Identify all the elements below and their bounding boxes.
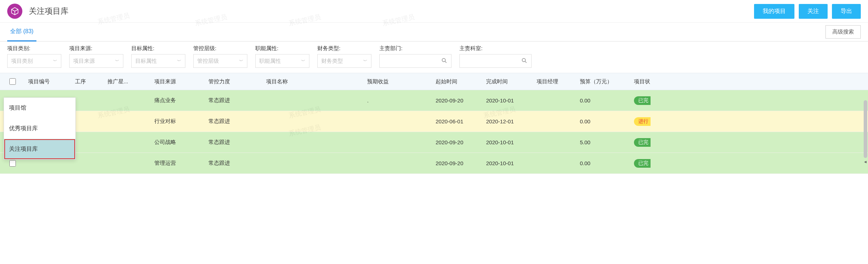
filter-search-dept[interactable] — [379, 54, 451, 68]
chevron-down-icon: ﹀ — [177, 58, 181, 64]
filter-select-source[interactable]: 项目来源 ﹀ — [69, 54, 123, 68]
col-header: 项目名称 — [263, 78, 364, 85]
cell-end: 2020-10-01 — [483, 160, 534, 166]
filter-label-office: 主责科室: — [459, 45, 532, 52]
filter-label-target: 目标属性: — [131, 45, 185, 52]
filter-placeholder: 管控层级 — [197, 58, 219, 65]
col-header: 完成时间 — [483, 78, 534, 85]
cell-control: 常态跟进 — [206, 97, 263, 104]
cell-end: 2020-12-01 — [483, 118, 534, 124]
col-header: 工序 — [72, 78, 105, 85]
col-header: 项目经理 — [534, 78, 577, 85]
menu-item-follow[interactable]: 关注项目库 — [4, 139, 75, 159]
cell-source: 公司战略 — [151, 139, 206, 146]
svg-point-2 — [522, 58, 525, 62]
filter-select-control[interactable]: 管控层级 ﹀ — [193, 54, 247, 68]
tabs-row: 全部 (83) 高级搜索 — [0, 23, 868, 41]
filter-select-function[interactable]: 职能属性 ﹀ — [255, 54, 309, 68]
filter-select-finance[interactable]: 财务类型 ﹀ — [317, 54, 371, 68]
cell-status: 进行 — [631, 117, 660, 126]
my-projects-button[interactable]: 我的项目 — [754, 4, 794, 19]
follow-button[interactable]: 关注 — [799, 4, 828, 19]
chevron-down-icon: ﹀ — [239, 58, 243, 64]
cell-source: 痛点业务 — [151, 97, 206, 104]
cell-start: 2020-09-20 — [433, 160, 483, 166]
select-all-checkbox[interactable] — [9, 78, 16, 85]
cell-end: 2020-10-01 — [483, 139, 534, 145]
table-row[interactable]: 481公司战略常态跟进2020-09-202020-10-015.00已完 — [0, 132, 868, 153]
cell-end: 2020-10-01 — [483, 97, 534, 104]
cell-source: 行业对标 — [151, 118, 206, 125]
filter-placeholder: 目标属性 — [135, 58, 157, 65]
col-header: 项目编号 — [25, 78, 72, 85]
cell-control: 常态跟进 — [206, 139, 263, 146]
menu-item-excellent[interactable]: 优秀项目库 — [4, 118, 75, 139]
cell-start: 2020-06-01 — [433, 118, 483, 124]
svg-point-0 — [442, 58, 445, 62]
filter-search-office[interactable] — [459, 54, 532, 68]
nav-dropdown-menu: 项目馆 优秀项目库 关注项目库 — [4, 97, 76, 160]
cell-start: 2020-09-20 — [433, 97, 483, 104]
cell-budget: 0.00 — [577, 160, 631, 166]
filter-label-category: 项目类别: — [7, 45, 61, 52]
chevron-down-icon: ﹀ — [115, 58, 119, 64]
cell-control: 常态跟进 — [206, 118, 263, 125]
chevron-down-icon: ﹀ — [53, 58, 57, 64]
chevron-down-icon: ﹀ — [301, 58, 305, 64]
table-row[interactable]: 管理运营常态跟进2020-09-202020-10-010.00已完 — [0, 153, 868, 174]
col-header: 起始时间 — [433, 78, 483, 85]
table-header-row: 项目编号 工序 推广星... 项目来源 管控力度 项目名称 预期收益 起始时间 … — [0, 73, 868, 90]
tab-all[interactable]: 全部 (83) — [7, 23, 36, 41]
project-table: 项目编号 工序 推广星... 项目来源 管控力度 项目名称 预期收益 起始时间 … — [0, 73, 868, 174]
cell-control: 常态跟进 — [206, 160, 263, 167]
scrollbar-thumb[interactable] — [864, 100, 867, 158]
cell-profit: . — [364, 97, 433, 104]
filter-label-function: 职能属性: — [255, 45, 309, 52]
table-row[interactable]: 482行业对标常态跟进2020-06-012020-12-010.00进行 — [0, 111, 868, 132]
cell-start: 2020-09-20 — [433, 139, 483, 145]
row-checkbox[interactable] — [9, 160, 16, 167]
filter-placeholder: 财务类型 — [321, 58, 343, 65]
table-row[interactable]: 483痛点业务常态跟进.2020-09-202020-10-010.00已完 — [0, 90, 868, 111]
filter-label-control: 管控层级: — [193, 45, 247, 52]
page-title: 关注项目库 — [29, 6, 69, 17]
export-button[interactable]: 导出 — [832, 4, 861, 19]
filter-select-target[interactable]: 目标属性 ﹀ — [131, 54, 185, 68]
filter-placeholder: 职能属性 — [259, 58, 281, 65]
cell-status: 已完 — [631, 138, 660, 147]
menu-item-project-hall[interactable]: 项目馆 — [4, 98, 75, 118]
col-header: 管控力度 — [206, 78, 263, 85]
advanced-search-button[interactable]: 高级搜索 — [825, 25, 861, 39]
col-header: 推广星... — [105, 78, 151, 85]
svg-line-1 — [445, 61, 446, 63]
cell-budget: 0.00 — [577, 97, 631, 104]
cell-budget: 5.00 — [577, 139, 631, 145]
search-icon — [441, 57, 448, 65]
filter-placeholder: 项目来源 — [73, 58, 95, 65]
cell-budget: 0.00 — [577, 118, 631, 124]
filter-label-dept: 主责部门: — [379, 45, 451, 52]
col-header: 项目来源 — [151, 78, 206, 85]
filter-placeholder: 项目类别 — [11, 58, 33, 65]
filter-label-finance: 财务类型: — [317, 45, 371, 52]
filter-select-category[interactable]: 项目类别 ﹀ — [7, 54, 61, 68]
col-header: 项目状 — [631, 78, 660, 85]
cell-status: 已完 — [631, 96, 660, 105]
scroll-arrow-icon[interactable]: ◂ — [862, 158, 868, 165]
chevron-down-icon: ﹀ — [363, 58, 367, 64]
filter-bar: 项目类别: 项目类别 ﹀ 项目来源: 项目来源 ﹀ 目标属性: 目标属性 ﹀ 管… — [0, 41, 868, 73]
page-header: 关注项目库 我的项目 关注 导出 — [0, 0, 868, 23]
svg-line-3 — [525, 61, 526, 63]
cell-status: 已完 — [631, 159, 660, 168]
search-icon — [521, 57, 528, 65]
cell-source: 管理运营 — [151, 160, 206, 167]
col-header: 预算（万元） — [577, 78, 631, 85]
cube-icon — [7, 4, 22, 19]
col-header: 预期收益 — [364, 78, 433, 85]
filter-label-source: 项目来源: — [69, 45, 123, 52]
